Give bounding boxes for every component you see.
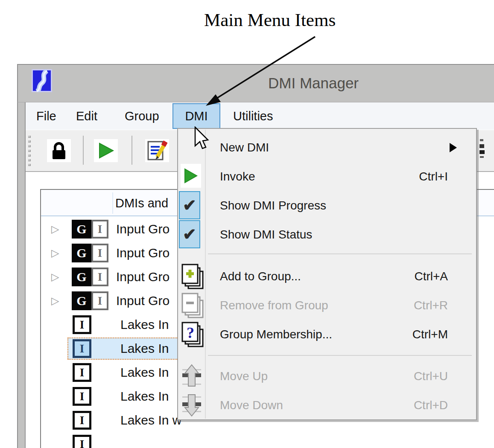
menu-file[interactable]: File bbox=[36, 102, 56, 130]
input-badge: I bbox=[73, 435, 91, 448]
row-label: Input Gro bbox=[116, 265, 170, 289]
group-badge: G bbox=[72, 291, 91, 310]
menu-dmi[interactable]: DMI bbox=[172, 103, 220, 129]
window-left-frame bbox=[17, 102, 26, 448]
group-badge: G bbox=[72, 244, 91, 262]
group-badge: G bbox=[72, 268, 91, 286]
toolbar-separator bbox=[83, 136, 84, 165]
checked-checkbox: ✔ bbox=[179, 220, 200, 248]
shortcut-label: Ctrl+D bbox=[414, 399, 448, 412]
svg-text:?: ? bbox=[187, 324, 194, 341]
menu-item-show-dmi-status[interactable]: Show DMI Status bbox=[178, 220, 476, 249]
expand-triangle-icon[interactable]: ▷ bbox=[51, 289, 59, 313]
edit-document-icon bbox=[147, 140, 167, 161]
occluded-icon-fragment bbox=[480, 156, 484, 158]
input-badge: I bbox=[91, 268, 108, 286]
shortcut-label: Ctrl+M bbox=[412, 328, 448, 341]
occluded-icon-fragment bbox=[480, 139, 483, 141]
move-up-icon bbox=[182, 364, 201, 389]
tree-column-separator bbox=[112, 192, 113, 214]
table-row-partial[interactable]: I bbox=[41, 432, 494, 448]
window-title: DMI Manager bbox=[268, 64, 359, 102]
annotation-text: Main Menu Items bbox=[204, 9, 336, 30]
submenu-arrow-icon bbox=[450, 143, 457, 152]
input-badge: I bbox=[91, 244, 108, 262]
row-label: Lakes In bbox=[120, 337, 169, 361]
move-down-icon bbox=[182, 393, 201, 418]
expand-triangle-icon[interactable]: ▷ bbox=[51, 217, 59, 241]
menu-item-move-down[interactable]: Move Down Ctrl+D bbox=[178, 391, 476, 420]
shortcut-label: Ctrl+I bbox=[419, 170, 448, 183]
riverware-logo-icon bbox=[32, 69, 52, 92]
input-badge: I bbox=[73, 363, 91, 382]
checked-checkbox: ✔ bbox=[179, 191, 200, 219]
menu-item-remove-from-group[interactable]: Remove from Group Ctrl+R bbox=[178, 291, 476, 320]
menu-separator bbox=[208, 253, 472, 254]
input-badge: I bbox=[73, 387, 91, 406]
input-badge: I bbox=[73, 411, 91, 430]
shortcut-label: Ctrl+U bbox=[414, 369, 448, 383]
toolbar-drag-handle[interactable] bbox=[28, 136, 31, 169]
menu-item-invoke[interactable]: Invoke Ctrl+I bbox=[178, 162, 476, 191]
row-label: Lakes In bbox=[120, 361, 169, 384]
screenshot-stage: Main Menu Items DMI Manager File Edit Gr… bbox=[0, 0, 494, 448]
menu-edit[interactable]: Edit bbox=[76, 102, 97, 130]
input-badge: I bbox=[73, 315, 91, 334]
check-icon: ✔ bbox=[183, 196, 196, 215]
menu-item-move-up[interactable]: Move Up Ctrl+U bbox=[178, 362, 476, 391]
menu-utilities[interactable]: Utilities bbox=[233, 102, 273, 130]
menu-item-new-dmi[interactable]: New DMI bbox=[178, 133, 476, 162]
check-icon: ✔ bbox=[183, 225, 196, 244]
group-membership-icon: ? bbox=[181, 322, 205, 348]
toolbar-separator bbox=[132, 136, 132, 165]
occluded-icon-fragment bbox=[479, 144, 484, 148]
expand-triangle-icon[interactable]: ▷ bbox=[51, 241, 59, 265]
row-label: Input Gro bbox=[116, 289, 170, 313]
invoke-button[interactable] bbox=[94, 139, 118, 162]
occluded-icon-fragment bbox=[479, 150, 485, 154]
lock-icon bbox=[51, 141, 67, 160]
row-label: Input Gro bbox=[116, 241, 170, 265]
menu-group[interactable]: Group bbox=[125, 102, 159, 130]
menu-item-add-to-group[interactable]: Add to Group... Ctrl+A bbox=[178, 262, 476, 291]
group-badge: G bbox=[72, 220, 91, 239]
mouse-cursor-icon bbox=[194, 126, 212, 152]
tree-column-header[interactable]: DMIs and bbox=[115, 190, 168, 216]
row-label: Input Gro bbox=[116, 217, 170, 241]
shortcut-label: Ctrl+R bbox=[414, 299, 448, 312]
dmi-dropdown-menu: New DMI Invoke Ctrl+I Show DMI Progress … bbox=[177, 128, 477, 420]
play-icon bbox=[97, 141, 115, 160]
invoke-play-icon bbox=[181, 164, 201, 188]
input-badge: I bbox=[91, 291, 108, 310]
row-label: Lakes In bbox=[120, 384, 169, 408]
remove-from-group-icon bbox=[181, 293, 205, 319]
row-label: Lakes In w bbox=[120, 408, 181, 432]
window-titlebar bbox=[17, 64, 494, 102]
menu-separator bbox=[208, 355, 472, 356]
row-label: Lakes In bbox=[120, 313, 169, 337]
menu-item-group-membership[interactable]: Group Membership... Ctrl+M bbox=[178, 320, 476, 349]
add-to-group-icon bbox=[181, 264, 205, 290]
menu-item-show-dmi-progress[interactable]: Show DMI Progress bbox=[178, 191, 476, 220]
lock-button[interactable] bbox=[47, 139, 71, 162]
shortcut-label: Ctrl+A bbox=[414, 270, 448, 283]
edit-button[interactable] bbox=[145, 139, 169, 162]
expand-triangle-icon[interactable]: ▷ bbox=[51, 265, 59, 289]
input-badge: I bbox=[73, 339, 91, 358]
input-badge: I bbox=[91, 220, 108, 239]
